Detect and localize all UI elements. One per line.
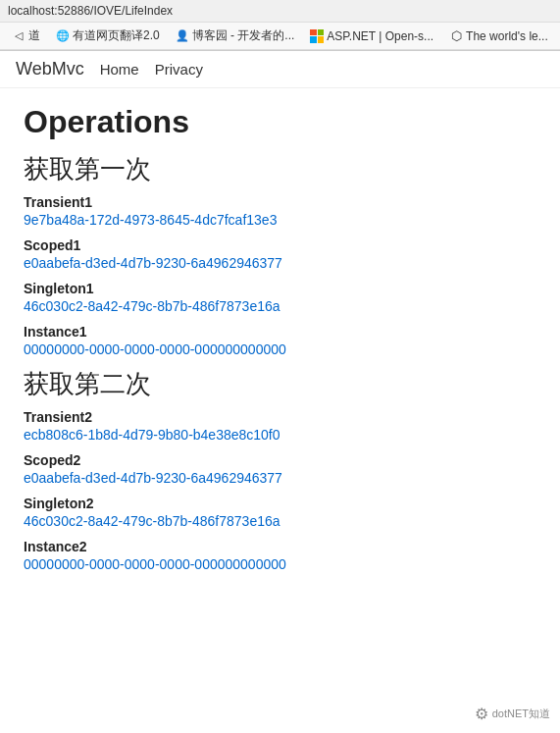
field-singleton2: Singleton2 46c030c2-8a42-479c-8b7b-486f7… (24, 496, 536, 529)
instance1-value: 00000000-0000-0000-0000-000000000000 (24, 341, 536, 357)
field-scoped1: Scoped1 e0aabefa-d3ed-4d7b-9230-6a496294… (24, 237, 536, 271)
navbar-brand: WebMvc (16, 59, 84, 79)
singleton1-value: 46c030c2-8a42-479c-8b7b-486f7873e16a (24, 298, 536, 314)
transient1-value: 9e7ba48a-172d-4973-8645-4dc7fcaf13e3 (24, 212, 536, 228)
scoped1-value: e0aabefa-d3ed-4d7b-9230-6a4962946377 (24, 255, 536, 271)
bookmark-dao-label: 道 (28, 27, 40, 44)
address-text: localhost:52886/IOVE/LifeIndex (8, 4, 173, 18)
field-singleton1: Singleton1 46c030c2-8a42-479c-8b7b-486f7… (24, 281, 536, 314)
bookmark-youdao[interactable]: 🌐 有道网页翻译2.0 (50, 26, 166, 46)
github-icon: ⬡ (449, 29, 463, 43)
field-instance2: Instance2 00000000-0000-0000-0000-000000… (24, 539, 536, 572)
singleton2-label: Singleton2 (24, 496, 536, 511)
cnblogs-icon: 👤 (176, 29, 189, 43)
instance1-label: Instance1 (24, 324, 536, 340)
bookmark-github-label: The world's le... (466, 29, 548, 43)
nav-privacy[interactable]: Privacy (155, 61, 203, 78)
scoped2-value: e0aabefa-d3ed-4d7b-9230-6a4962946377 (24, 470, 536, 486)
address-bar[interactable]: localhost:52886/IOVE/LifeIndex (0, 0, 560, 23)
scoped2-label: Scoped2 (24, 452, 536, 468)
transient2-value: ecb808c6-1b8d-4d79-9b80-b4e38e8c10f0 (24, 427, 536, 443)
nav-home[interactable]: Home (100, 61, 139, 78)
navbar: WebMvc Home Privacy (0, 51, 560, 88)
transient1-label: Transient1 (24, 194, 536, 210)
transient2-label: Transient2 (24, 409, 536, 425)
ms-icon (310, 29, 324, 43)
field-transient2: Transient2 ecb808c6-1b8d-4d79-9b80-b4e38… (24, 409, 536, 443)
field-instance1: Instance1 00000000-0000-0000-0000-000000… (24, 324, 536, 357)
browser-chrome: localhost:52886/IOVE/LifeIndex ◁ 道 🌐 有道网… (0, 0, 560, 51)
main-content: Operations 获取第一次 Transient1 9e7ba48a-172… (0, 88, 560, 598)
singleton2-value: 46c030c2-8a42-479c-8b7b-486f7873e16a (24, 513, 536, 529)
section1-heading: 获取第一次 (24, 152, 536, 186)
singleton1-label: Singleton1 (24, 281, 536, 296)
bookmark-dao[interactable]: ◁ 道 (6, 26, 46, 46)
section-first: 获取第一次 Transient1 9e7ba48a-172d-4973-8645… (24, 152, 536, 357)
page-title: Operations (24, 104, 536, 140)
bookmark-github[interactable]: ⬡ The world's le... (443, 27, 554, 45)
section2-heading: 获取第二次 (24, 367, 536, 401)
bookmark-aspnet-label: ASP.NET | Open-s... (327, 29, 433, 43)
bookmarks-bar: ◁ 道 🌐 有道网页翻译2.0 👤 博客园 - 开发者的... ASP.NET … (0, 23, 560, 50)
instance2-value: 00000000-0000-0000-0000-000000000000 (24, 556, 536, 572)
bookmark-aspnet[interactable]: ASP.NET | Open-s... (304, 27, 439, 45)
scoped1-label: Scoped1 (24, 237, 536, 253)
bookmark-youdao-label: 有道网页翻译2.0 (73, 27, 160, 44)
bookmark-cnblogs-label: 博客园 - 开发者的... (192, 27, 295, 44)
dao-icon: ◁ (12, 29, 25, 43)
section-second: 获取第二次 Transient2 ecb808c6-1b8d-4d79-9b80… (24, 367, 536, 572)
youdao-icon: 🌐 (56, 29, 70, 43)
field-scoped2: Scoped2 e0aabefa-d3ed-4d7b-9230-6a496294… (24, 452, 536, 486)
bookmark-cnblogs[interactable]: 👤 博客园 - 开发者的... (170, 26, 301, 46)
instance2-label: Instance2 (24, 539, 536, 554)
field-transient1: Transient1 9e7ba48a-172d-4973-8645-4dc7f… (24, 194, 536, 228)
